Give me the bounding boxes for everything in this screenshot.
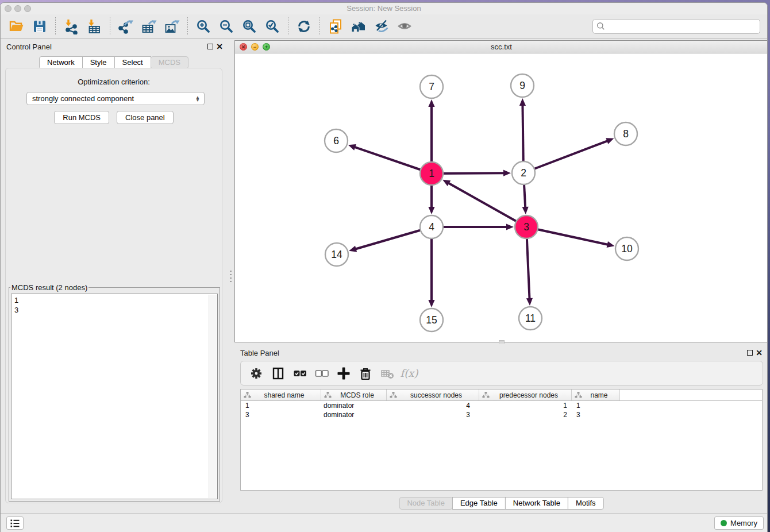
window-titlebar: Session: New Session [1,3,767,14]
refresh-view-button[interactable] [292,16,315,37]
graph-node-label: 11 [525,313,536,324]
graph-edge-1-6[interactable] [354,147,432,174]
tab-motifs[interactable]: Motifs [568,497,604,510]
network-graph: 7968124314101511 [235,53,768,342]
table-cell[interactable]: 1 [241,401,321,410]
table-panel-float-button[interactable] [747,350,753,356]
control-panel-float-button[interactable] [207,44,213,49]
zoom-in-icon [195,18,211,34]
zoom-out-icon [218,18,234,34]
window-zoom-button[interactable] [24,5,31,12]
export-image-icon [164,18,180,34]
import-table-button[interactable] [83,16,106,37]
result-scrollbar[interactable] [209,295,217,498]
graph-edge-arrowhead [526,298,533,306]
memory-button[interactable]: Memory [714,516,764,530]
export-image-button[interactable] [160,16,183,37]
right-area: ✕ − + scc.txt 7968124314101511 Table Pan… [234,38,768,513]
export-table-button[interactable] [137,16,160,37]
export-network-button[interactable] [114,16,137,37]
table-cell[interactable]: dominator [321,401,387,410]
zoom-in-button[interactable] [192,16,215,37]
table-row[interactable]: 3dominator323 [241,410,762,419]
table-tabs: Node Table Edge Table Network Table Moti… [399,497,603,510]
zoom-out-button[interactable] [215,16,238,37]
graph-node-label: 6 [333,135,339,147]
search-input[interactable] [608,22,756,30]
optimization-criterion-select[interactable]: strongly connected component ▲▼ [26,92,205,105]
hide-labels-button[interactable] [370,16,393,37]
table-panel-close-button[interactable]: ✕ [756,348,763,357]
show-graphics-details-button[interactable] [393,16,416,37]
table-cell[interactable]: 1 [572,401,620,410]
graph-node-label: 9 [519,80,525,91]
eye-icon [396,18,413,34]
deselect-all-button[interactable] [312,364,332,383]
graph-edge-arrowhead [428,300,434,307]
toolbar-separator [187,17,188,36]
show-all-networks-button[interactable] [347,16,370,37]
open-session-button[interactable] [5,16,28,37]
tab-select[interactable]: Select [114,56,151,69]
graph-edge-arrowhead [607,241,615,248]
mcds-panel: Optimization criterion: strongly connect… [5,68,222,503]
run-mcds-button[interactable]: Run MCDS [54,111,109,124]
duplicate-network-button[interactable] [324,16,347,37]
column-header-successor-nodes[interactable]: successor nodes [387,390,479,400]
tab-edge-table[interactable]: Edge Table [452,497,506,510]
delete-column-button[interactable] [356,364,375,383]
table-cell[interactable]: dominator [321,410,387,419]
memory-status-icon [721,520,727,526]
tab-network-table[interactable]: Network Table [505,497,568,510]
window-title: Session: New Session [1,3,767,14]
tab-network[interactable]: Network [39,56,83,69]
delete-table-button[interactable] [378,364,397,383]
network-canvas[interactable]: 7968124314101511 [235,53,768,342]
window-close-button[interactable] [5,5,11,12]
column-header-predecessor-nodes[interactable]: predecessor nodes [479,390,572,400]
import-network-button[interactable] [60,16,83,37]
save-session-button[interactable] [28,16,51,37]
graph-node-label: 2 [521,167,526,179]
network-close-button[interactable]: ✕ [240,43,247,51]
table-settings-button[interactable] [247,364,266,383]
function-builder-button[interactable]: f(x) [399,364,419,383]
graph-edge-arrowhead [428,207,434,214]
table-cell[interactable]: 3 [387,410,479,419]
network-zoom-button[interactable]: + [263,43,270,51]
table-cell[interactable]: 4 [387,401,479,410]
column-header-shared-name[interactable]: shared name [241,390,321,400]
mcds-result-line: 1 [14,295,214,305]
graph-edge-2-8[interactable] [523,141,608,173]
add-column-button[interactable] [334,364,353,383]
table-row[interactable]: 1dominator411 [241,401,762,410]
network-window-titlebar: ✕ − + scc.txt [235,41,768,53]
table-header-row: shared nameMCDS rolesuccessor nodesprede… [241,390,762,401]
tab-node-table[interactable]: Node Table [399,497,453,510]
attribute-tree-icon [244,391,251,399]
graph-edge-3-10[interactable] [526,227,609,245]
panel-splitter[interactable] [227,38,234,513]
network-minimize-button[interactable]: − [251,43,259,51]
graph-node-label: 14 [331,249,342,260]
window-minimize-button[interactable] [14,5,21,12]
tab-style[interactable]: Style [82,56,115,69]
table-cell[interactable]: 3 [572,410,620,419]
close-panel-button[interactable]: Close panel [117,111,174,124]
column-header-name[interactable]: name [572,390,620,400]
graph-edge-3-1[interactable] [448,183,526,227]
table-cell[interactable]: 1 [479,401,572,410]
table-panel-title: Table Panel [240,349,279,357]
task-history-button[interactable] [6,516,24,530]
list-icon [9,518,21,529]
table-cell[interactable]: 3 [241,410,321,419]
select-all-button[interactable] [290,364,310,383]
mcds-result-box[interactable]: 13 [11,294,218,499]
column-header-MCDS-role[interactable]: MCDS role [321,390,387,400]
tab-mcds[interactable]: MCDS [151,56,188,69]
zoom-selected-button[interactable] [261,16,284,37]
column-visibility-button[interactable] [268,364,288,383]
zoom-fit-button[interactable] [238,16,261,37]
control-panel-close-button[interactable]: ✕ [216,42,223,51]
table-cell[interactable]: 2 [479,410,572,419]
